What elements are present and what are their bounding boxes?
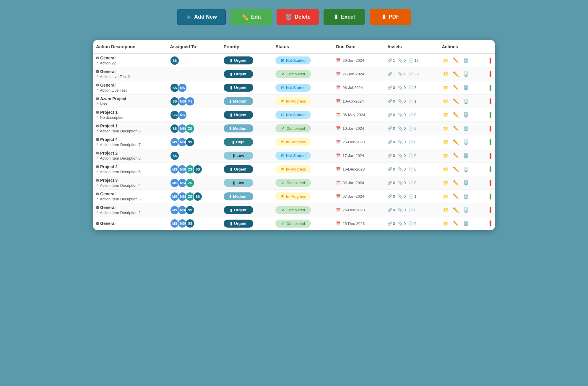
tasks-asset: 🔗0 <box>387 208 395 212</box>
edit-button[interactable]: ✏️ Edit <box>230 9 272 25</box>
status-icon: ✔ <box>281 181 285 185</box>
folder-button[interactable]: 📁 <box>442 206 450 214</box>
assets-cell: 🔗0 📎0 📄0 <box>384 135 439 149</box>
delete-row-button[interactable]: 🗑️ <box>462 124 470 133</box>
folder-button[interactable]: 📁 <box>442 124 450 133</box>
action-name: Action Item Decription 2 <box>100 210 141 215</box>
edit-row-button[interactable]: ✏️ <box>452 192 460 201</box>
row-flag <box>490 166 491 172</box>
docs-count: 0 <box>414 167 416 171</box>
edit-row-button[interactable]: ✏️ <box>452 152 460 160</box>
add-new-button[interactable]: ＋ Add New <box>177 9 226 25</box>
priority-icon: ▮ <box>230 208 232 212</box>
folder-button[interactable]: 📁 <box>442 56 450 65</box>
folder-button[interactable]: 📁 <box>442 70 450 78</box>
tasks-count: 0 <box>393 181 395 185</box>
edit-row-button[interactable]: ✏️ <box>452 219 460 228</box>
folder-button[interactable]: 📁 <box>442 165 450 173</box>
status-cell: ⊟Not-Started <box>272 108 333 122</box>
delete-row-button[interactable]: 🗑️ <box>462 219 470 228</box>
calendar-icon: 📅 <box>336 208 341 212</box>
folder-button[interactable]: 📁 <box>442 179 450 187</box>
edit-row-button[interactable]: ✏️ <box>452 111 460 119</box>
delete-row-button[interactable]: 🗑️ <box>462 70 470 78</box>
flag-cell <box>489 176 495 190</box>
excel-button[interactable]: ⬇ Excel <box>324 9 365 25</box>
actions-cell: 📁 ✏️ 🗑️ <box>439 135 489 149</box>
delete-row-button[interactable]: 🗑️ <box>462 179 470 187</box>
action-name: No description <box>100 115 124 120</box>
grid-icon: ⊞ <box>96 178 99 182</box>
doc-icon: 📄 <box>409 85 413 90</box>
delete-row-button[interactable]: 🗑️ <box>462 206 470 214</box>
delete-row-button[interactable]: 🗑️ <box>462 138 470 146</box>
attachments-count: 0 <box>404 221 406 226</box>
edit-icon: ✏️ <box>241 14 248 21</box>
tasks-icon: 🔗 <box>387 221 392 226</box>
priority-icon: ▮ <box>229 99 231 103</box>
project-name: General <box>100 69 116 74</box>
folder-button[interactable]: 📁 <box>442 111 450 119</box>
tasks-icon: 🔗 <box>387 58 392 63</box>
status-icon: ⊟ <box>281 113 284 117</box>
assets-cell: 🔗0 📎0 📄0 <box>384 108 439 122</box>
folder-button[interactable]: 📁 <box>442 219 450 228</box>
status-icon: ⚑ <box>281 167 284 171</box>
delete-row-button[interactable]: 🗑️ <box>462 192 470 201</box>
action-description-cell: ⊞ General ↱ Action 22 <box>93 53 167 67</box>
row-flag <box>490 71 491 77</box>
edit-row-button[interactable]: ✏️ <box>452 165 460 173</box>
edit-row-button[interactable]: ✏️ <box>452 206 460 214</box>
action-description-cell: ⊞ Project 1 ↱ Action Item Decription 8 <box>93 122 167 135</box>
status-badge: ⚑In-Progress <box>275 165 311 173</box>
project-name: General <box>100 56 116 60</box>
paperclip-icon: 📎 <box>398 181 403 185</box>
edit-row-button[interactable]: ✏️ <box>452 138 460 146</box>
grid-icon: ⊞ <box>96 192 99 196</box>
folder-button[interactable]: 📁 <box>442 152 450 160</box>
delete-row-button[interactable]: 🗑️ <box>462 165 470 173</box>
status-icon: ⚑ <box>281 99 284 103</box>
plus-icon: ＋ <box>186 13 192 21</box>
edit-row-button[interactable]: ✏️ <box>452 70 460 78</box>
attachments-count: 0 <box>404 99 406 103</box>
action-description-cell: ⊞ General ↱ Action Item Decription 2 <box>93 203 167 217</box>
tasks-count: 0 <box>393 194 395 199</box>
pdf-button[interactable]: ⬇ PDF <box>370 9 411 25</box>
folder-button[interactable]: 📁 <box>442 84 450 92</box>
edit-row-button[interactable]: ✏️ <box>452 124 460 133</box>
paperclip-icon: 📎 <box>398 126 403 131</box>
action-description-cell: ⊞ General <box>93 217 167 230</box>
doc-icon: 📄 <box>409 208 413 212</box>
delete-button[interactable]: 🗑️ Delete <box>277 9 319 25</box>
delete-row-button[interactable]: 🗑️ <box>462 97 470 106</box>
delete-row-button[interactable]: 🗑️ <box>462 152 470 160</box>
calendar-icon: 📅 <box>336 167 341 171</box>
edit-row-button[interactable]: ✏️ <box>452 179 460 187</box>
priority-cell: ▮Urgent <box>221 53 273 67</box>
priority-cell: ▮Urgent <box>221 163 273 176</box>
delete-row-button[interactable]: 🗑️ <box>462 84 470 92</box>
priority-icon: ▮ <box>229 126 231 131</box>
edit-row-button[interactable]: ✏️ <box>452 97 460 106</box>
avatar: MS <box>178 83 187 93</box>
folder-button[interactable]: 📁 <box>442 138 450 146</box>
action-description-cell: ⊞ Azam Project ↱ Noo <box>93 95 167 108</box>
row-flag <box>490 112 491 118</box>
grid-icon: ⊞ <box>96 221 99 226</box>
priority-badge: ▮Medium <box>224 97 253 105</box>
assigned-to-cell: MSMSSS <box>167 135 220 149</box>
delete-row-button[interactable]: 🗑️ <box>462 111 470 119</box>
docs-asset: 📄0 <box>409 153 416 158</box>
docs-count: 0 <box>414 140 416 144</box>
delete-label: Delete <box>295 14 311 20</box>
edit-row-button[interactable]: ✏️ <box>452 56 460 65</box>
status-icon: ✔ <box>281 126 285 131</box>
priority-icon: ▮ <box>230 113 232 117</box>
delete-row-button[interactable]: 🗑️ <box>462 56 470 65</box>
folder-button[interactable]: 📁 <box>442 192 450 201</box>
folder-button[interactable]: 📁 <box>442 97 450 106</box>
priority-badge: ▮Medium <box>224 124 253 132</box>
edit-row-button[interactable]: ✏️ <box>452 84 460 92</box>
table-row: ⊞ Azam Project ↱ Noo SSMSMS▮Medium⚑In-Pr… <box>93 95 495 108</box>
